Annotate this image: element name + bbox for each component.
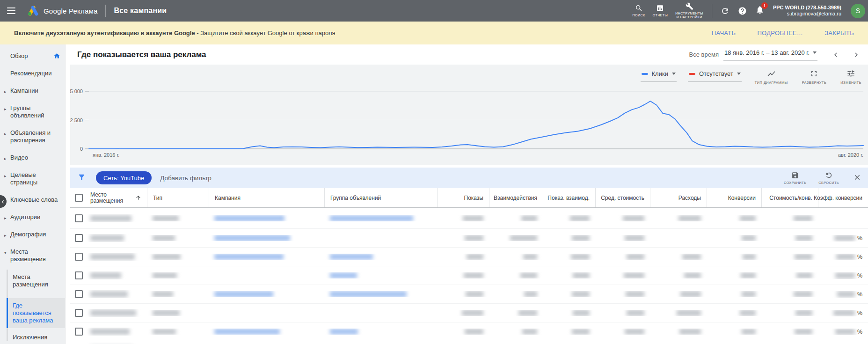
row-checkbox[interactable] [75,253,83,261]
sidebar-item-overview[interactable]: Обзор [0,52,65,60]
sidebar-item-demographics[interactable]: ▸Демография [0,231,65,238]
table-cell [437,215,489,221]
column-header-label: Место размещения [90,192,126,204]
chevron-right-icon[interactable] [852,51,861,59]
table-cell [707,215,761,221]
banner-actions: НАЧАТЬПОДРОБНЕЕ…ЗАКРЫТЬ [712,29,854,37]
sidebar-item-campaigns[interactable]: ▸Кампании [0,87,65,95]
column-header-3[interactable]: Группа объявлений [324,188,437,207]
column-header-label: Сред. стоимость [601,195,644,201]
table-cell: % [818,329,868,335]
learn-more-link[interactable]: ПОДРОБНЕЕ… [757,29,803,37]
expand-chart-button[interactable]: РАЗВЕРНУТЬ [802,69,827,85]
metric-none-selector[interactable]: Отсутствует [688,68,742,82]
blurred-value [835,329,855,335]
filter-chip-network-youtube[interactable]: Сеть: YouTube [96,171,152,184]
sidebar-item-ads-extensions[interactable]: ▸Объявления и расширения [0,129,65,144]
blurred-value [214,235,290,241]
sidebar-item-landing-pages[interactable]: ▸Целевые страницы [0,171,65,186]
table-row [70,208,868,229]
expand-chart-button-label: РАЗВЕРНУТЬ [802,81,827,85]
sidebar-item-video[interactable]: ▸Видео [0,154,65,161]
row-checkbox[interactable] [75,309,83,317]
column-header-8[interactable]: Расходы [650,188,707,207]
sidebar-item-placements[interactable]: ▾Места размещения [0,248,65,263]
column-header-6[interactable]: Показ. взаимод. [543,188,595,207]
add-filter-button[interactable]: Добавить фильтр [160,175,212,182]
sidebar-item-where-ads-shown[interactable]: Где показывается ваша реклама [8,298,65,328]
help-icon[interactable] [738,7,747,15]
notifications-bell-icon[interactable]: ! [755,5,765,16]
chart-type-icon [767,69,776,78]
column-header-4[interactable]: Показы [437,188,489,207]
table-cell [650,310,707,316]
expand-icon [810,69,818,78]
row-checkbox[interactable] [75,290,83,298]
column-header-7[interactable]: Сред. стоимость [595,188,650,207]
table-cell: 100 [437,341,489,344]
column-header-label: Показы [464,195,483,201]
reports-button[interactable]: ОТЧЕТЫ [653,4,668,17]
sidebar-item-exclusions[interactable]: Исключения [8,334,65,341]
chevron-right-icon: ▸ [4,232,7,239]
avatar[interactable]: S [851,4,865,18]
table-cell [70,234,147,242]
table-cell: % [818,310,868,316]
blurred-value [742,235,756,241]
edit-chart-button-label: ИЗМЕНИТЬ [840,81,861,85]
column-header-5[interactable]: Взаимодействия [489,188,543,207]
sidebar-item-audiences[interactable]: ▸Аудитории [0,213,65,221]
account-name: PPC WORLD (278-550-3989) [773,5,841,11]
column-header-9[interactable]: Конверсии [707,188,761,207]
table-cell [650,254,707,260]
chart-panel: 012 50025 000янв. 2016 г.авг. 2020 г. Кл… [70,65,868,165]
blurred-value [466,291,483,297]
legend-dash-icon [642,73,648,75]
blurred-value [627,310,644,316]
table-cell [595,272,650,278]
search-icon [635,4,643,12]
table-cell [761,235,818,241]
sidebar-item-ad-groups[interactable]: ▸Группы объявлений [0,104,65,119]
save-button[interactable]: СОХРАНИТЬ [784,171,806,185]
row-checkbox[interactable] [75,328,83,336]
blurred-value [626,291,644,297]
account-info[interactable]: PPC WORLD (278-550-3989) s.ibragimova@el… [773,5,841,17]
menu-icon[interactable] [7,6,16,16]
start-link[interactable]: НАЧАТЬ [712,29,736,37]
chart-type-button[interactable]: ТИП ДИАГРАММЫ [755,69,788,85]
close-filter-panel-icon[interactable] [853,173,861,183]
search-button[interactable]: ПОИСК [633,4,645,17]
column-header-11[interactable]: Коэфф. конверсии [818,188,868,207]
chevron-left-icon[interactable] [832,51,840,59]
table-cell [209,235,324,241]
column-header-1[interactable]: Тип [147,188,209,207]
edit-chart-button[interactable]: ИЗМЕНИТЬ [840,69,861,85]
column-header-10[interactable]: Стоимость/конв. [761,188,818,207]
sidebar-sublist: Места размещенияГде показывается ваша ре… [7,270,65,341]
blurred-value [834,235,855,241]
close-banner-link[interactable]: ЗАКРЫТЬ [824,29,854,37]
header-checkbox[interactable] [75,194,83,202]
row-checkbox[interactable] [75,214,83,222]
table-cell [543,329,595,335]
table-cell [437,310,489,316]
refresh-icon[interactable] [721,7,729,15]
sidebar-item-recommendations[interactable]: Рекомендации [0,70,65,77]
sidebar-item-keywords[interactable]: ▸Ключевые слова [0,196,65,204]
tools-settings-button[interactable]: ИНСТРУМЕНТЫ И НАСТРОЙКИ [675,2,703,19]
blurred-value [518,310,537,316]
row-checkbox[interactable] [75,271,83,279]
table-cell: % [818,291,868,298]
sidebar-item-placements-sub[interactable]: Места размещения [8,273,65,288]
metric-clicks-selector[interactable]: Клики [641,68,677,82]
reset-button[interactable]: СБРОСИТЬ [818,171,839,185]
table-cell [147,329,209,335]
column-header-0[interactable]: Место размещения [70,188,147,207]
column-header-2[interactable]: Кампания [209,188,324,207]
date-range-picker[interactable]: 18 янв. 2016 г. – 13 авг. 2020 г. [723,48,817,61]
percent-suffix: % [857,291,862,298]
row-checkbox[interactable] [75,234,83,242]
table-cell [595,310,650,316]
table-cell [437,272,489,278]
